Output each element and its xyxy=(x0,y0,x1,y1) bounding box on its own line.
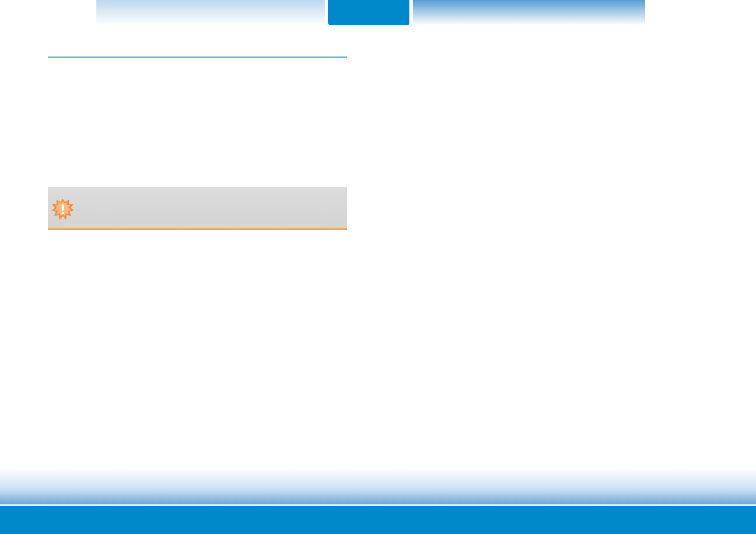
tab-active[interactable] xyxy=(328,0,409,25)
callout-box xyxy=(48,187,347,230)
svg-rect-2 xyxy=(62,204,64,211)
footer-bar xyxy=(0,506,756,534)
tab-left[interactable] xyxy=(96,0,325,25)
top-tab-bar xyxy=(0,0,756,25)
footer-gradient xyxy=(0,468,756,504)
section-underline xyxy=(48,57,347,58)
svg-point-3 xyxy=(62,212,64,215)
tab-right[interactable] xyxy=(413,0,645,25)
starburst-exclamation-icon xyxy=(52,198,74,221)
